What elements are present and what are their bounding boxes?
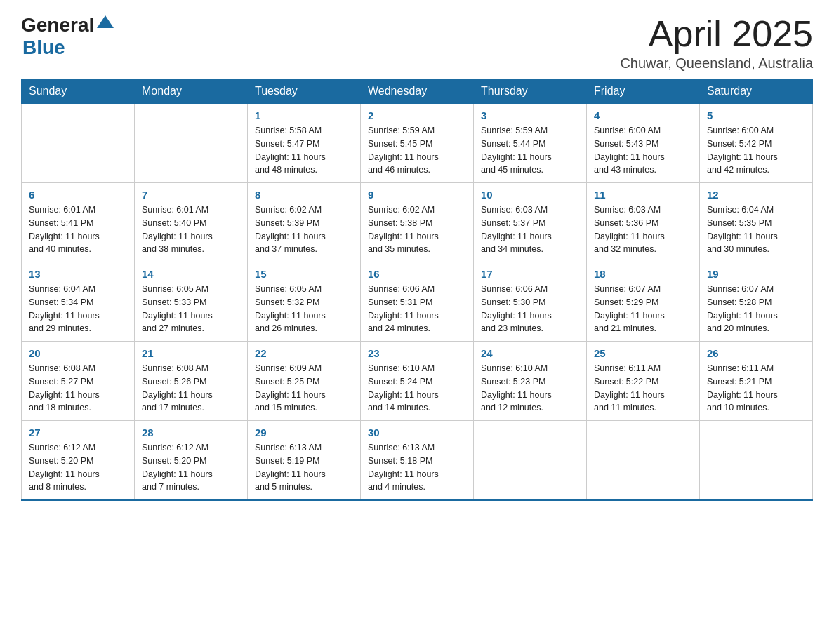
header-wednesday: Wednesday <box>361 79 474 104</box>
calendar-cell: 10Sunrise: 6:03 AMSunset: 5:37 PMDayligh… <box>474 183 587 262</box>
logo-blue-text: Blue <box>22 36 65 59</box>
calendar-cell <box>474 421 587 501</box>
day-number: 29 <box>255 427 353 438</box>
calendar-table: SundayMondayTuesdayWednesdayThursdayFrid… <box>21 79 813 501</box>
calendar-cell: 18Sunrise: 6:07 AMSunset: 5:29 PMDayligh… <box>587 262 700 342</box>
calendar-cell: 20Sunrise: 6:08 AMSunset: 5:27 PMDayligh… <box>22 342 135 421</box>
page-header: General Blue April 2025 Chuwar, Queensla… <box>21 14 813 72</box>
day-info: Sunrise: 6:03 AMSunset: 5:37 PMDaylight:… <box>481 203 579 256</box>
calendar-cell <box>22 104 135 183</box>
week-row-3: 13Sunrise: 6:04 AMSunset: 5:34 PMDayligh… <box>22 262 813 342</box>
day-number: 6 <box>29 189 127 201</box>
day-number: 13 <box>29 268 127 280</box>
day-info: Sunrise: 6:05 AMSunset: 5:33 PMDaylight:… <box>142 283 240 335</box>
day-number: 3 <box>481 109 579 121</box>
day-info: Sunrise: 6:06 AMSunset: 5:30 PMDaylight:… <box>481 283 579 335</box>
calendar-cell: 19Sunrise: 6:07 AMSunset: 5:28 PMDayligh… <box>700 262 813 342</box>
calendar-cell: 16Sunrise: 6:06 AMSunset: 5:31 PMDayligh… <box>361 262 474 342</box>
day-number: 7 <box>142 189 240 201</box>
calendar-cell: 7Sunrise: 6:01 AMSunset: 5:40 PMDaylight… <box>135 183 248 262</box>
calendar-cell: 15Sunrise: 6:05 AMSunset: 5:32 PMDayligh… <box>248 262 361 342</box>
calendar-cell: 13Sunrise: 6:04 AMSunset: 5:34 PMDayligh… <box>22 262 135 342</box>
header-monday: Monday <box>135 79 248 104</box>
calendar-cell: 3Sunrise: 5:59 AMSunset: 5:44 PMDaylight… <box>474 104 587 183</box>
calendar-cell: 28Sunrise: 6:12 AMSunset: 5:20 PMDayligh… <box>135 421 248 501</box>
day-number: 15 <box>255 268 353 280</box>
day-info: Sunrise: 6:09 AMSunset: 5:25 PMDaylight:… <box>255 362 353 415</box>
day-info: Sunrise: 6:04 AMSunset: 5:34 PMDaylight:… <box>29 283 127 335</box>
day-number: 23 <box>368 347 466 359</box>
day-info: Sunrise: 6:07 AMSunset: 5:29 PMDaylight:… <box>594 283 692 335</box>
day-info: Sunrise: 6:08 AMSunset: 5:26 PMDaylight:… <box>142 362 240 415</box>
calendar-cell: 6Sunrise: 6:01 AMSunset: 5:41 PMDaylight… <box>22 183 135 262</box>
day-number: 24 <box>481 347 579 359</box>
calendar-cell: 8Sunrise: 6:02 AMSunset: 5:39 PMDaylight… <box>248 183 361 262</box>
day-number: 1 <box>255 109 353 121</box>
day-number: 30 <box>368 427 466 438</box>
day-info: Sunrise: 6:10 AMSunset: 5:24 PMDaylight:… <box>368 362 466 415</box>
day-info: Sunrise: 6:00 AMSunset: 5:42 PMDaylight:… <box>707 124 805 177</box>
header-friday: Friday <box>587 79 700 104</box>
calendar-cell: 12Sunrise: 6:04 AMSunset: 5:35 PMDayligh… <box>700 183 813 262</box>
day-number: 2 <box>368 109 466 121</box>
day-info: Sunrise: 6:00 AMSunset: 5:43 PMDaylight:… <box>594 124 692 177</box>
calendar-cell: 29Sunrise: 6:13 AMSunset: 5:19 PMDayligh… <box>248 421 361 501</box>
day-info: Sunrise: 6:04 AMSunset: 5:35 PMDaylight:… <box>707 203 805 256</box>
header-saturday: Saturday <box>700 79 813 104</box>
day-number: 16 <box>368 268 466 280</box>
day-number: 18 <box>594 268 692 280</box>
calendar-cell: 2Sunrise: 5:59 AMSunset: 5:45 PMDaylight… <box>361 104 474 183</box>
calendar-cell <box>135 104 248 183</box>
day-number: 10 <box>481 189 579 201</box>
day-number: 14 <box>142 268 240 280</box>
calendar-cell: 23Sunrise: 6:10 AMSunset: 5:24 PMDayligh… <box>361 342 474 421</box>
calendar-cell: 17Sunrise: 6:06 AMSunset: 5:30 PMDayligh… <box>474 262 587 342</box>
day-info: Sunrise: 5:58 AMSunset: 5:47 PMDaylight:… <box>255 124 353 177</box>
calendar-header-row: SundayMondayTuesdayWednesdayThursdayFrid… <box>22 79 813 104</box>
day-info: Sunrise: 6:02 AMSunset: 5:38 PMDaylight:… <box>368 203 466 256</box>
calendar-cell: 11Sunrise: 6:03 AMSunset: 5:36 PMDayligh… <box>587 183 700 262</box>
svg-marker-0 <box>97 15 114 28</box>
day-number: 9 <box>368 189 466 201</box>
calendar-cell: 21Sunrise: 6:08 AMSunset: 5:26 PMDayligh… <box>135 342 248 421</box>
calendar-cell: 5Sunrise: 6:00 AMSunset: 5:42 PMDaylight… <box>700 104 813 183</box>
logo-general-text: General <box>21 14 94 36</box>
day-info: Sunrise: 6:13 AMSunset: 5:18 PMDaylight:… <box>368 441 466 494</box>
day-number: 17 <box>481 268 579 280</box>
calendar-cell: 1Sunrise: 5:58 AMSunset: 5:47 PMDaylight… <box>248 104 361 183</box>
day-info: Sunrise: 6:07 AMSunset: 5:28 PMDaylight:… <box>707 283 805 335</box>
day-info: Sunrise: 6:10 AMSunset: 5:23 PMDaylight:… <box>481 362 579 415</box>
day-info: Sunrise: 6:01 AMSunset: 5:40 PMDaylight:… <box>142 203 240 256</box>
day-number: 20 <box>29 347 127 359</box>
day-info: Sunrise: 6:06 AMSunset: 5:31 PMDaylight:… <box>368 283 466 335</box>
month-title: April 2025 <box>620 14 813 54</box>
calendar-cell: 4Sunrise: 6:00 AMSunset: 5:43 PMDaylight… <box>587 104 700 183</box>
day-info: Sunrise: 6:12 AMSunset: 5:20 PMDaylight:… <box>29 441 127 494</box>
day-number: 21 <box>142 347 240 359</box>
week-row-5: 27Sunrise: 6:12 AMSunset: 5:20 PMDayligh… <box>22 421 813 501</box>
calendar-cell: 22Sunrise: 6:09 AMSunset: 5:25 PMDayligh… <box>248 342 361 421</box>
calendar-cell: 30Sunrise: 6:13 AMSunset: 5:18 PMDayligh… <box>361 421 474 501</box>
day-info: Sunrise: 6:12 AMSunset: 5:20 PMDaylight:… <box>142 441 240 494</box>
day-number: 26 <box>707 347 805 359</box>
header-sunday: Sunday <box>22 79 135 104</box>
day-number: 25 <box>594 347 692 359</box>
week-row-4: 20Sunrise: 6:08 AMSunset: 5:27 PMDayligh… <box>22 342 813 421</box>
calendar-cell: 25Sunrise: 6:11 AMSunset: 5:22 PMDayligh… <box>587 342 700 421</box>
calendar-cell <box>587 421 700 501</box>
calendar-cell: 27Sunrise: 6:12 AMSunset: 5:20 PMDayligh… <box>22 421 135 501</box>
week-row-1: 1Sunrise: 5:58 AMSunset: 5:47 PMDaylight… <box>22 104 813 183</box>
day-number: 11 <box>594 189 692 201</box>
day-info: Sunrise: 6:03 AMSunset: 5:36 PMDaylight:… <box>594 203 692 256</box>
header-tuesday: Tuesday <box>248 79 361 104</box>
day-number: 28 <box>142 427 240 438</box>
day-number: 22 <box>255 347 353 359</box>
day-info: Sunrise: 6:01 AMSunset: 5:41 PMDaylight:… <box>29 203 127 256</box>
day-info: Sunrise: 6:08 AMSunset: 5:27 PMDaylight:… <box>29 362 127 415</box>
title-block: April 2025 Chuwar, Queensland, Australia <box>620 14 813 72</box>
day-number: 19 <box>707 268 805 280</box>
week-row-2: 6Sunrise: 6:01 AMSunset: 5:41 PMDaylight… <box>22 183 813 262</box>
day-number: 4 <box>594 109 692 121</box>
location-text: Chuwar, Queensland, Australia <box>620 55 813 72</box>
logo: General Blue <box>21 14 115 59</box>
